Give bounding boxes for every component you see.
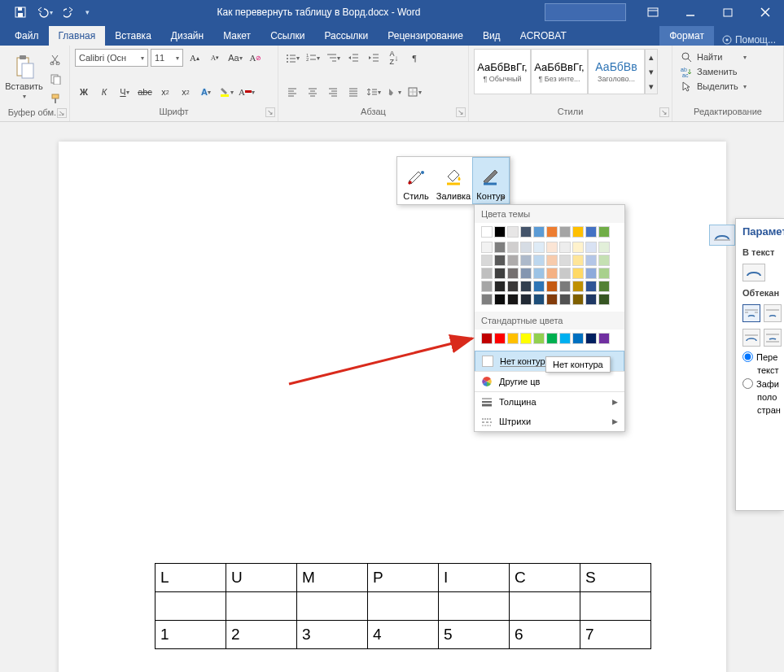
- style-normal[interactable]: АаБбВвГг,¶ Обычный: [474, 49, 531, 94]
- color-swatch[interactable]: [533, 226, 545, 238]
- color-swatch[interactable]: [598, 281, 610, 292]
- color-swatch[interactable]: [559, 255, 571, 266]
- document-table[interactable]: LUMPICS1234567: [155, 563, 651, 649]
- paste-button[interactable]: Вставить▾: [5, 49, 43, 106]
- table-cell[interactable]: [580, 592, 651, 621]
- table-cell[interactable]: 4: [368, 621, 439, 649]
- color-swatch[interactable]: [481, 281, 493, 292]
- color-swatch[interactable]: [481, 242, 493, 253]
- color-swatch[interactable]: [546, 294, 558, 305]
- text-effects-button[interactable]: A▾: [197, 83, 215, 101]
- tab-format[interactable]: Формат: [659, 26, 714, 46]
- paragraph-launcher[interactable]: ↘: [456, 107, 466, 117]
- justify-button[interactable]: [344, 83, 362, 101]
- ribbon-display-button[interactable]: [634, 0, 672, 24]
- color-swatch[interactable]: [494, 226, 506, 238]
- color-swatch[interactable]: [572, 226, 584, 238]
- table-cell[interactable]: [510, 592, 580, 621]
- subscript-button[interactable]: x2: [156, 83, 174, 101]
- clipboard-launcher[interactable]: ↘: [57, 108, 67, 118]
- color-swatch[interactable]: [598, 294, 610, 305]
- color-swatch[interactable]: [481, 333, 493, 344]
- color-swatch[interactable]: [598, 333, 610, 344]
- color-swatch[interactable]: [507, 333, 519, 344]
- color-swatch[interactable]: [585, 242, 597, 253]
- table-cell[interactable]: 1: [155, 621, 226, 649]
- show-marks-button[interactable]: ¶: [405, 49, 423, 67]
- styles-gallery-button[interactable]: ▾: [646, 79, 657, 94]
- weight-item[interactable]: Толщина▶: [475, 392, 624, 412]
- move-with-text-radio[interactable]: Пере: [739, 350, 781, 364]
- line-spacing-button[interactable]: ▾: [365, 83, 383, 101]
- italic-button[interactable]: К: [95, 83, 113, 101]
- color-swatch[interactable]: [481, 268, 493, 279]
- mini-style-button[interactable]: Стиль: [397, 157, 435, 204]
- styles-scroll-up[interactable]: ▴: [646, 50, 657, 64]
- color-swatch[interactable]: [598, 268, 610, 279]
- copy-button[interactable]: [46, 70, 64, 88]
- wrap-tight[interactable]: [764, 304, 782, 322]
- color-swatch[interactable]: [520, 294, 532, 305]
- color-swatch[interactable]: [520, 281, 532, 292]
- format-painter-button[interactable]: [46, 89, 64, 107]
- table-cell[interactable]: 3: [297, 621, 368, 649]
- wrap-inline[interactable]: [742, 264, 765, 281]
- color-swatch[interactable]: [481, 255, 493, 266]
- align-left-button[interactable]: [283, 83, 301, 101]
- table-cell[interactable]: P: [368, 564, 439, 592]
- table-cell[interactable]: U: [226, 564, 297, 592]
- color-swatch[interactable]: [546, 242, 558, 253]
- color-swatch[interactable]: [598, 242, 610, 253]
- table-cell[interactable]: [155, 592, 226, 621]
- color-swatch[interactable]: [494, 281, 506, 292]
- color-swatch[interactable]: [507, 294, 519, 305]
- align-center-button[interactable]: [304, 83, 322, 101]
- color-swatch[interactable]: [520, 242, 532, 253]
- numbering-button[interactable]: 12▾: [304, 49, 322, 67]
- tab-insert[interactable]: Вставка: [105, 26, 161, 46]
- save-button[interactable]: [8, 0, 33, 24]
- font-name-combo[interactable]: Calibri (Осн▾: [75, 49, 148, 67]
- styles-launcher[interactable]: ↘: [659, 107, 669, 117]
- color-swatch[interactable]: [494, 333, 506, 344]
- color-swatch[interactable]: [559, 242, 571, 253]
- color-swatch[interactable]: [572, 268, 584, 279]
- superscript-button[interactable]: x2: [177, 83, 195, 101]
- undo-button[interactable]: ▾: [33, 0, 57, 24]
- table-cell[interactable]: [297, 592, 368, 621]
- maximize-button[interactable]: [709, 0, 747, 24]
- wrap-topbottom[interactable]: [764, 329, 782, 347]
- bold-button[interactable]: Ж: [75, 83, 93, 101]
- tab-layout[interactable]: Макет: [213, 26, 261, 46]
- color-swatch[interactable]: [598, 255, 610, 266]
- color-swatch[interactable]: [572, 255, 584, 266]
- color-swatch[interactable]: [585, 333, 597, 344]
- font-size-combo[interactable]: 11▾: [151, 49, 183, 67]
- tab-references[interactable]: Ссылки: [261, 26, 314, 46]
- tab-home[interactable]: Главная: [49, 26, 106, 46]
- cut-button[interactable]: [46, 50, 64, 68]
- table-cell[interactable]: 2: [226, 621, 297, 649]
- shading-button[interactable]: ▾: [385, 83, 403, 101]
- color-swatch[interactable]: [533, 255, 545, 266]
- styles-scroll-down[interactable]: ▾: [646, 64, 657, 79]
- color-swatch[interactable]: [520, 255, 532, 266]
- color-swatch[interactable]: [481, 226, 493, 238]
- color-swatch[interactable]: [559, 294, 571, 305]
- more-colors-item[interactable]: Другие цв: [475, 372, 624, 391]
- color-swatch[interactable]: [520, 268, 532, 279]
- bullets-button[interactable]: ▾: [283, 49, 301, 67]
- mini-fill-button[interactable]: Заливка: [435, 157, 472, 204]
- select-button[interactable]: Выделить▾: [677, 80, 750, 93]
- color-swatch[interactable]: [533, 242, 545, 253]
- table-cell[interactable]: L: [155, 564, 226, 592]
- table-cell[interactable]: [368, 592, 439, 621]
- underline-button[interactable]: Ч▾: [116, 83, 134, 101]
- font-color-button[interactable]: A▾: [238, 83, 256, 101]
- color-swatch[interactable]: [507, 226, 519, 238]
- style-heading1[interactable]: АаБбВвЗаголово...: [588, 49, 645, 94]
- color-swatch[interactable]: [520, 333, 532, 344]
- color-swatch[interactable]: [572, 242, 584, 253]
- color-swatch[interactable]: [533, 294, 545, 305]
- color-swatch[interactable]: [494, 242, 506, 253]
